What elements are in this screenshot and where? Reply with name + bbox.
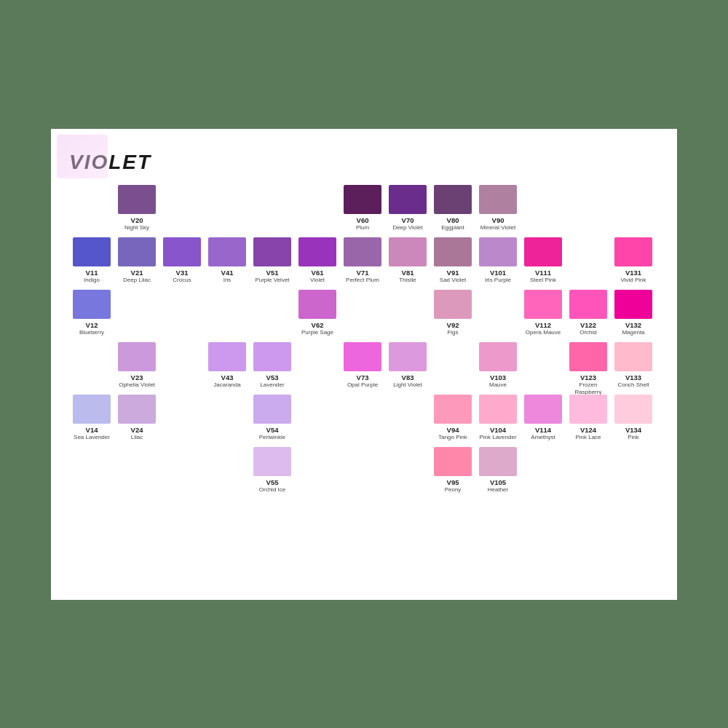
color-cell-v134: V134Pink	[611, 395, 656, 441]
color-name: Mauve	[489, 381, 507, 389]
color-swatch-v31	[163, 237, 201, 266]
color-swatch-v112	[524, 290, 562, 319]
color-swatch-v103	[479, 342, 517, 371]
color-cell-v51: V51Purple Velvet	[250, 237, 295, 284]
color-name: Pink	[628, 434, 639, 441]
color-code: V103	[490, 373, 506, 381]
color-swatch-v21	[118, 237, 156, 266]
color-name: Mineral Violet	[480, 224, 515, 232]
color-name: Frozen Raspberry	[566, 381, 611, 396]
color-name: Plum	[356, 224, 369, 232]
color-name: Sea Lavender	[74, 434, 110, 441]
color-name: Opal Purple	[347, 381, 378, 389]
color-cell-v123: V123Frozen Raspberry	[566, 342, 611, 396]
color-name: Sad Violet	[440, 277, 466, 284]
color-code: V20	[131, 216, 143, 224]
color-code: V60	[357, 216, 369, 224]
color-name: Peony	[445, 486, 462, 494]
color-code: V81	[402, 269, 414, 277]
color-code: V54	[266, 426, 279, 434]
color-cell-v105: V105Heather	[475, 447, 521, 494]
color-cell-v112: V112Opera Mauve	[521, 290, 566, 336]
color-cell-v104: V104Pink Lavender	[475, 395, 521, 441]
color-cell-v73: V73Opal Purple	[340, 342, 385, 389]
color-code: V90	[492, 216, 505, 224]
color-swatch-v83	[389, 342, 427, 371]
color-swatch-v23	[118, 342, 156, 371]
color-cell-v41: V41Iris	[205, 237, 250, 284]
color-name: Violet	[310, 277, 325, 284]
color-swatch-v55	[253, 447, 291, 476]
color-code: V11	[86, 269, 98, 277]
color-swatch-v132	[614, 290, 652, 319]
color-swatch-v91	[434, 237, 472, 266]
color-name: Purple Velvet	[255, 277, 289, 284]
color-cell-v103: V103Mauve	[475, 342, 521, 389]
color-code: V71	[357, 269, 369, 277]
color-name: Periwinkle	[259, 434, 285, 441]
color-code: V21	[131, 269, 143, 277]
color-cell-v132: V132Magenta	[611, 290, 656, 336]
color-cell-v54: V54Periwinkle	[250, 395, 295, 441]
color-cell-v80: V80Eggplant	[430, 185, 475, 232]
color-swatch-v95	[434, 447, 472, 476]
color-code: V55	[266, 478, 279, 486]
color-name: Lavender	[260, 381, 284, 389]
color-swatch-v101	[479, 237, 517, 266]
color-cell-v131: V131Vivid Pink	[611, 237, 656, 284]
color-code: V80	[447, 216, 459, 224]
color-code: V14	[86, 426, 98, 434]
color-cell-v95: V95Peony	[430, 447, 475, 494]
color-name: Light Violet	[393, 381, 422, 389]
color-name: Purple Sage	[301, 329, 333, 336]
color-name: Ophelia Violet	[119, 381, 155, 389]
color-name: Eggplant	[441, 224, 464, 232]
color-name: Iris Purple	[485, 277, 511, 284]
color-swatch-v90	[479, 185, 517, 214]
color-code: V105	[490, 478, 506, 486]
color-name: Deep Violet	[392, 224, 422, 232]
violet-logo-icon	[57, 135, 108, 178]
page-title: VIOLET	[69, 151, 659, 174]
color-code: V131	[625, 269, 641, 277]
color-cell-v21: V21Deep Lilac	[114, 237, 159, 284]
color-name: Amethyst	[531, 434, 555, 441]
color-swatch-v14	[73, 395, 111, 424]
color-cell-v55: V55Orchid Ice	[250, 447, 295, 494]
color-name: Heather	[488, 486, 508, 494]
color-code: V123	[580, 373, 596, 381]
color-cell-v43: V43Jacaranda	[205, 342, 250, 389]
color-cell-v81: V81Thistle	[385, 237, 430, 284]
color-swatch-v43	[208, 342, 246, 371]
color-swatch-v123	[569, 342, 607, 371]
color-swatch-v133	[614, 342, 652, 371]
color-swatch-v94	[434, 395, 472, 424]
color-swatch-v134	[614, 395, 652, 424]
color-code: V51	[266, 269, 279, 277]
color-swatch-v81	[389, 237, 427, 266]
color-name: Jacaranda	[213, 381, 240, 389]
color-name: Magenta	[622, 329, 644, 336]
color-code: V53	[266, 373, 279, 381]
color-cell-v94: V94Tango Pink	[430, 395, 475, 441]
color-name: Opera Mauve	[526, 329, 561, 336]
color-code: V133	[625, 373, 641, 381]
color-code: V91	[447, 269, 459, 277]
color-swatch-v60	[344, 185, 381, 214]
color-name: Pink Lavender	[479, 434, 516, 441]
color-code: V101	[490, 269, 506, 277]
color-code: V70	[402, 216, 414, 224]
color-name: Vivid Pink	[621, 277, 646, 284]
color-cell-v122: V122Orchid	[566, 290, 611, 336]
color-cell-v90: V90Mineral Violet	[475, 185, 521, 232]
color-name: Indigo	[84, 277, 100, 284]
color-code: V111	[535, 269, 551, 277]
color-code: V92	[447, 321, 459, 329]
color-cell-v83: V83Light Violet	[385, 342, 430, 389]
color-swatch-v131	[614, 237, 652, 266]
color-swatch-v41	[208, 237, 246, 266]
color-cell-v133: V133Conch Shell	[611, 342, 656, 389]
color-name: Figs	[447, 329, 458, 336]
color-cell-v60: V60Plum	[340, 185, 385, 232]
color-code: V62	[312, 321, 324, 329]
